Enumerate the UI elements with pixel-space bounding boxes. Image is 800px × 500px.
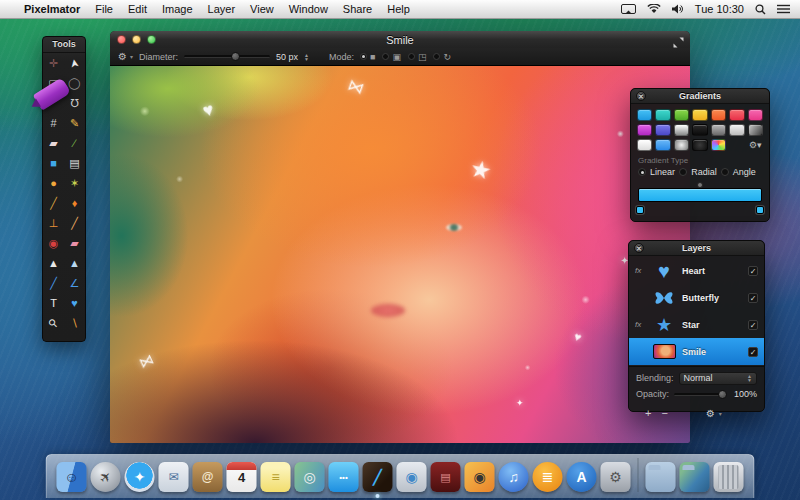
sponge-tool-icon[interactable]: ▰ <box>64 233 85 253</box>
layer-visibility-checkbox[interactable]: ✓ <box>748 293 758 303</box>
dock-icon-folder-docs[interactable] <box>646 462 676 492</box>
gradient-black-fade-swatch[interactable] <box>692 139 707 151</box>
menu-item-view[interactable]: View <box>250 3 274 15</box>
pointer-tool-icon[interactable]: ➤ <box>64 53 85 73</box>
image-canvas[interactable]: ♥⋈★⋈♥✦✦ <box>110 66 690 443</box>
gradient-type-angle-radio[interactable] <box>721 168 729 176</box>
mode-subtract[interactable]: ◳ <box>408 52 427 62</box>
eyedropper-tool-icon[interactable]: ∖ <box>64 313 85 333</box>
gradient-dark-gray-swatch[interactable] <box>748 124 763 136</box>
wifi-icon[interactable] <box>647 4 661 14</box>
pen-tool-icon[interactable]: ╱ <box>43 273 64 293</box>
rect-shape-tool-icon[interactable]: ■ <box>43 153 64 173</box>
gradient-silver-radial-swatch[interactable] <box>674 139 689 151</box>
diameter-slider[interactable] <box>184 55 270 58</box>
lasso-tool-icon[interactable]: ℧ <box>64 93 85 113</box>
gradient-preview-bar[interactable] <box>638 188 762 202</box>
dock-icon-notes[interactable]: ≡ <box>261 462 291 492</box>
dock-icon-preview[interactable]: ◎ <box>295 462 325 492</box>
gradient-type-angle[interactable]: Angle <box>721 167 762 177</box>
gradients-close-icon[interactable]: ✕ <box>636 91 646 101</box>
type-tool-icon[interactable]: T <box>43 293 64 313</box>
menu-clock[interactable]: Tue 10:30 <box>695 3 744 15</box>
mode-subtract-radio[interactable] <box>408 53 415 60</box>
gradient-type-radial-radio[interactable] <box>679 168 687 176</box>
dock-icon-itunes[interactable]: ♫ <box>499 462 529 492</box>
crop-tool-icon[interactable]: # <box>43 113 64 133</box>
gradient-stop-left[interactable] <box>636 206 644 214</box>
gradient-yellow-swatch[interactable] <box>692 109 707 121</box>
layers-gear-icon[interactable]: ⚙ <box>706 408 715 419</box>
dock-icon-contacts[interactable]: @ <box>193 462 223 492</box>
menu-item-pixelmator[interactable]: Pixelmator <box>24 3 80 15</box>
dock-icon-iphoto[interactable]: ◉ <box>465 462 495 492</box>
blending-dropdown[interactable]: Normal ▲▼ <box>679 372 757 385</box>
gradient-white-swatch[interactable] <box>637 139 652 151</box>
gradient-green-swatch[interactable] <box>674 109 689 121</box>
display-icon[interactable] <box>621 4 636 15</box>
dock-icon-facetime[interactable]: ◉ <box>397 462 427 492</box>
dock-icon-photobooth[interactable]: ▤ <box>431 462 461 492</box>
dock-icon-finder[interactable]: ☺ <box>57 462 87 492</box>
blur-tool-icon[interactable]: ▲ <box>43 253 64 273</box>
menu-item-share[interactable]: Share <box>343 3 372 15</box>
gradient-light-gray-swatch[interactable] <box>729 124 744 136</box>
gradient-magenta-swatch[interactable] <box>637 124 652 136</box>
gradient-gray-swatch[interactable] <box>711 124 726 136</box>
mode-add[interactable]: ▣ <box>382 52 401 62</box>
dock-icon-messages[interactable]: ••• <box>329 462 359 492</box>
dock-icon-trash[interactable] <box>714 462 744 492</box>
opacity-slider[interactable] <box>674 393 726 396</box>
dock-icon-mail[interactable]: ✉ <box>159 462 189 492</box>
tool-settings-gear-icon[interactable]: ⚙ <box>118 51 127 62</box>
dock-icon-launchpad[interactable]: ✈ <box>91 462 121 492</box>
mode-intersect-radio[interactable] <box>433 53 440 60</box>
layer-visibility-checkbox[interactable]: ✓ <box>748 320 758 330</box>
fx-badge[interactable]: fx <box>635 320 646 329</box>
gradient-teal-swatch[interactable] <box>655 109 670 121</box>
freeform-pen-tool-icon[interactable]: ∠ <box>64 273 85 293</box>
mode-replace-radio[interactable] <box>360 53 367 60</box>
layer-row-smile[interactable]: Smile✓ <box>629 338 764 365</box>
dock-icon-sysprefs[interactable]: ⚙ <box>601 462 631 492</box>
gradient-brush-tool-icon[interactable]: ╱ <box>43 193 64 213</box>
mode-add-radio[interactable] <box>382 53 389 60</box>
layer-visibility-checkbox[interactable]: ✓ <box>748 266 758 276</box>
diameter-value[interactable]: 50 px <box>276 52 298 62</box>
pencil-tool-icon[interactable]: ✎ <box>64 113 85 133</box>
menu-item-image[interactable]: Image <box>162 3 193 15</box>
gradient-stop-right[interactable] <box>756 206 764 214</box>
gradient-type-linear-radio[interactable] <box>638 168 646 176</box>
heart-shape-tool-icon[interactable]: ♥ <box>64 293 85 313</box>
window-title-bar[interactable]: Smile <box>110 31 690 48</box>
dock-icon-calendar[interactable]: 4 <box>227 462 257 492</box>
gradient-midpoint-handle[interactable] <box>697 182 703 188</box>
gradient-red-swatch[interactable] <box>729 109 744 121</box>
gradient-purple-swatch[interactable] <box>655 124 670 136</box>
menu-item-window[interactable]: Window <box>289 3 328 15</box>
fx-badge[interactable]: fx <box>635 266 646 275</box>
layer-visibility-checkbox[interactable]: ✓ <box>748 347 758 357</box>
gradient-blue-swatch[interactable] <box>637 109 652 121</box>
notification-center-icon[interactable] <box>777 4 790 14</box>
heal-tool-icon[interactable]: ╱ <box>64 213 85 233</box>
menu-item-edit[interactable]: Edit <box>128 3 147 15</box>
gradient-black-swatch[interactable] <box>692 124 707 136</box>
zoom-tool-icon[interactable]: ⚲ <box>43 313 64 333</box>
layer-row-heart[interactable]: fx♥Heart✓ <box>629 257 764 284</box>
gradient-white-gray-swatch[interactable] <box>674 124 689 136</box>
remove-layer-button[interactable]: − <box>661 407 667 419</box>
layer-row-star[interactable]: fx★Star✓ <box>629 311 764 338</box>
flame-tool-icon[interactable]: ♦ <box>64 193 85 213</box>
add-layer-button[interactable]: + <box>645 407 651 419</box>
layer-row-butterfly[interactable]: Butterfly✓ <box>629 284 764 311</box>
fullscreen-icon[interactable] <box>673 34 684 52</box>
gradient-type-linear[interactable]: Linear <box>638 167 679 177</box>
diameter-stepper[interactable]: ▲▼ <box>304 53 309 61</box>
mode-replace[interactable]: ■ <box>360 52 375 62</box>
gradients-panel-header[interactable]: ✕ Gradients <box>631 89 769 104</box>
dock-icon-folder-pics[interactable] <box>680 462 710 492</box>
gradient-orange-swatch[interactable] <box>711 109 726 121</box>
dock-icon-appstore[interactable]: A <box>567 462 597 492</box>
move-tool-icon[interactable]: ✛ <box>43 53 64 73</box>
